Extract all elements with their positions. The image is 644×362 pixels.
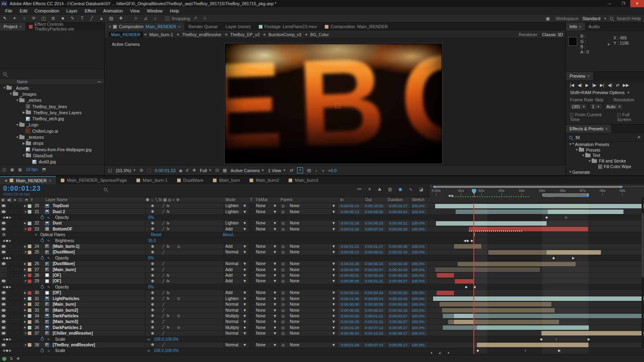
effects-icon[interactable]: fx xyxy=(167,273,169,278)
parent-pickwhip-icon[interactable]: ◎ xyxy=(281,249,285,255)
in-value[interactable]: -0:00:01:08 xyxy=(337,296,362,301)
layer-name-column-header[interactable]: Layer Name xyxy=(45,197,67,202)
audio-toggle[interactable] xyxy=(7,343,12,347)
quality-icon[interactable]: ╱ xyxy=(162,342,164,348)
stretch-value[interactable]: 100.0% xyxy=(411,209,428,214)
menu-help[interactable]: Help xyxy=(166,8,183,13)
layer-row-25[interactable]: ▼25[DustWave]⚉╱Normal▼None▼◎None▼0:00:05… xyxy=(0,249,644,255)
stretch-value[interactable]: 100.0% xyxy=(411,325,428,330)
layer-caret-icon[interactable]: ▼ xyxy=(24,342,27,348)
layer-row-22[interactable]: ▶22Dust⚉╱fxLighten▼None▼◎None▼-0:00:02:1… xyxy=(0,220,644,226)
project-tree-item[interactable]: ChillerLogo.ai xyxy=(0,128,104,134)
solo-column-icon[interactable]: ● xyxy=(14,197,16,202)
quality-icon[interactable]: ╱ xyxy=(162,319,164,324)
layer-track[interactable] xyxy=(429,319,644,324)
trkmat-dropdown[interactable]: None xyxy=(256,319,266,324)
workspace-icon[interactable]: ▣ xyxy=(543,16,553,21)
layer-label-swatch[interactable] xyxy=(27,250,32,255)
visibility-eye-icon[interactable] xyxy=(0,331,6,336)
frame-rate-dropdown[interactable]: (30)▼ xyxy=(570,103,587,110)
parent-dropdown-arrow[interactable]: ▼ xyxy=(332,261,336,266)
layer-label-swatch[interactable] xyxy=(27,302,32,306)
minimize-button[interactable]: ─ xyxy=(603,0,617,7)
lock-toggle[interactable] xyxy=(18,291,22,295)
trkmat-dropdown-arrow[interactable]: ▼ xyxy=(273,226,277,232)
parent-dropdown-arrow[interactable]: ▼ xyxy=(332,325,336,330)
parent-pickwhip-icon[interactable]: ◎ xyxy=(281,325,285,330)
layer-duration-bar[interactable] xyxy=(443,325,477,330)
solo-toggle[interactable] xyxy=(12,331,17,335)
stopwatch-icon[interactable] xyxy=(41,349,44,352)
quality-icon[interactable]: ╱ xyxy=(162,302,164,307)
out-value[interactable]: 0:00:01:21 xyxy=(362,278,386,284)
mode-dropdown-arrow[interactable]: ▼ xyxy=(243,278,247,284)
current-time-display[interactable]: 0:00:01:23 xyxy=(3,185,41,193)
property-name[interactable]: Scale xyxy=(55,348,65,353)
quality-icon[interactable]: ╱ xyxy=(162,220,164,226)
snapping-checkbox[interactable] xyxy=(165,16,169,21)
parent-dropdown-arrow[interactable]: ▼ xyxy=(332,273,336,278)
quality-icon[interactable]: ╱ xyxy=(162,313,164,319)
parent-pickwhip-icon[interactable]: ◎ xyxy=(281,307,285,313)
stretch-value[interactable]: 100.0% xyxy=(411,226,428,232)
mode-dropdown-arrow[interactable]: ▼ xyxy=(243,319,247,324)
work-area-start-handle[interactable] xyxy=(433,186,435,188)
parent-dropdown-arrow[interactable]: ▼ xyxy=(332,209,336,214)
menu-edit[interactable]: Edit xyxy=(16,8,31,13)
trkmat-toggle-box[interactable] xyxy=(250,250,254,254)
layer-duration-bar[interactable] xyxy=(435,204,644,208)
stretch-value[interactable]: 100.0% xyxy=(411,249,428,255)
parent-dropdown[interactable]: None xyxy=(290,249,299,255)
tree-caret-icon[interactable]: ▼ xyxy=(9,92,13,96)
hide-shy-layers-icon[interactable]: ⛰ xyxy=(378,187,381,192)
layer-track[interactable] xyxy=(429,313,644,319)
layer-row-33[interactable]: ▶33[Main_burn2]⚉╱Normal▼None▼◎None▼0:00:… xyxy=(0,307,644,313)
stretch-value[interactable]: 100.0% xyxy=(411,319,428,324)
ram-preview-options-dropdown[interactable]: Shift+RAM Preview Options▼ xyxy=(566,88,644,96)
from-current-time-checkbox[interactable]: From Current Time xyxy=(570,112,611,122)
layer-name[interactable]: [OF] xyxy=(53,290,61,295)
snap-extent-icon[interactable]: ⊹ xyxy=(200,16,210,21)
layer-name[interactable]: [DustWave] xyxy=(53,261,75,266)
duration-value[interactable]: 0:00:00:27 xyxy=(386,313,411,319)
quality-icon[interactable]: ╱ xyxy=(162,325,164,330)
effects-icon[interactable]: fx xyxy=(167,296,169,301)
parent-pickwhip-icon[interactable]: ◎ xyxy=(281,273,285,278)
transparency-grid-icon[interactable]: ▦ xyxy=(223,168,227,173)
keyframe-icon[interactable]: ◆ xyxy=(471,238,473,243)
duration-value[interactable]: 0:00:00:26 xyxy=(386,273,411,278)
keyframe-icon[interactable]: ◆ xyxy=(545,215,548,220)
trkmat-dropdown-arrow[interactable]: ▼ xyxy=(273,249,277,255)
motion-blur-toggle-icon[interactable]: ◎ xyxy=(177,325,180,330)
parent-pickwhip-icon[interactable]: ◎ xyxy=(281,278,285,284)
layer-track[interactable]: ◆I▶ xyxy=(429,348,644,353)
tree-caret-icon[interactable]: ▼ xyxy=(15,99,19,102)
audio-toggle[interactable] xyxy=(7,273,12,278)
share-view-icon[interactable]: ⇄ xyxy=(290,168,293,173)
rotate-tool[interactable]: ⟳ xyxy=(29,16,39,21)
trkmat-dropdown-arrow[interactable]: ▼ xyxy=(273,302,277,307)
project-tree-item[interactable]: ▶TheBoy_boy_lines Layers xyxy=(0,109,104,115)
layer-track[interactable] xyxy=(429,302,644,307)
trkmat-toggle-box[interactable] xyxy=(250,279,254,283)
fast-previews-icon[interactable]: ⚡ xyxy=(297,167,303,173)
out-value[interactable]: 0:00:01:21 xyxy=(362,319,386,324)
parent-pickwhip-icon[interactable]: ◎ xyxy=(281,342,285,348)
parent-dropdown-arrow[interactable]: ▼ xyxy=(332,307,336,313)
layer-label-swatch[interactable] xyxy=(27,296,32,301)
eraser-tool[interactable]: ▨ xyxy=(106,16,116,21)
solo-toggle[interactable] xyxy=(12,302,17,306)
skip-dropdown[interactable]: 1▼ xyxy=(590,103,602,110)
last-frame-button[interactable]: ▶| xyxy=(600,83,604,87)
lock-toggle[interactable] xyxy=(18,250,22,255)
layer-name[interactable]: [Main_burn] xyxy=(53,267,76,272)
layer-track[interactable] xyxy=(429,244,644,249)
snap-icon[interactable]: ↗ xyxy=(190,16,200,21)
view-layout-dropdown[interactable]: 1 View▼ xyxy=(268,168,286,173)
parent-pickwhip-icon[interactable]: ◎ xyxy=(281,267,285,272)
snapshot-icon[interactable]: ◙ xyxy=(179,168,182,173)
layer-name[interactable]: [OF] xyxy=(53,273,61,278)
trkmat-dropdown-arrow[interactable]: ▼ xyxy=(273,267,277,272)
layer-name[interactable]: [Main_burn2] xyxy=(53,307,78,313)
viewer-tab-render-queue[interactable]: Render Queue xyxy=(184,23,221,31)
